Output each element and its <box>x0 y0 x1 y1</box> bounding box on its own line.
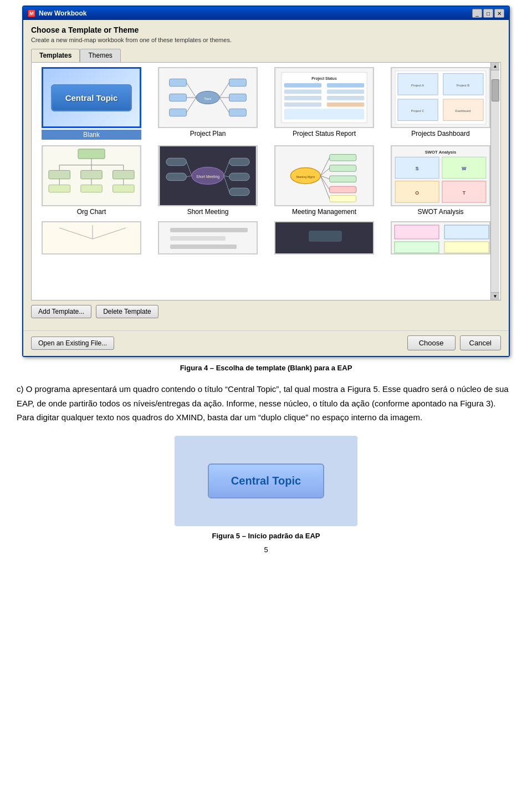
template-partial-1[interactable] <box>36 221 147 254</box>
svg-text:W: W <box>462 166 467 171</box>
svg-rect-71 <box>330 176 356 182</box>
svg-text:Project Status: Project Status <box>311 77 337 81</box>
svg-rect-7 <box>170 94 187 101</box>
central-topic-section: Central Topic <box>0 436 532 526</box>
svg-rect-4 <box>229 94 247 101</box>
partial-svg-1 <box>43 222 141 254</box>
scroll-thumb[interactable] <box>492 79 499 101</box>
svg-rect-20 <box>284 90 321 94</box>
template-item-short-meeting[interactable]: Short Meeting Sh <box>152 145 263 216</box>
svg-rect-25 <box>327 103 364 107</box>
svg-rect-59 <box>166 158 187 165</box>
dialog-titlebar: M New Workbook _ □ ✕ <box>23 7 509 20</box>
svg-rect-45 <box>81 170 103 179</box>
svg-rect-70 <box>330 165 356 172</box>
svg-rect-8 <box>170 109 187 116</box>
tab-templates[interactable]: Templates <box>31 49 80 62</box>
svg-rect-23 <box>327 96 364 100</box>
partial-thumb-2 <box>158 221 258 254</box>
template-item-org-chart[interactable]: Org Chart <box>36 145 147 216</box>
svg-rect-19 <box>327 83 364 88</box>
project-plan-svg: Topic <box>159 68 257 127</box>
svg-text:O: O <box>415 190 419 196</box>
partial-thumb-4 <box>391 221 490 254</box>
svg-rect-51 <box>81 185 103 192</box>
svg-rect-56 <box>229 158 250 165</box>
tabs-row: Templates Themes <box>31 49 501 62</box>
template-row-3-partial <box>36 221 496 254</box>
meeting-management-label: Meeting Management <box>292 208 356 216</box>
swot-analysis-thumb: SWOT Analysis S W O T <box>391 145 490 206</box>
template-item-swot-analysis[interactable]: SWOT Analysis S W O T SWOT Analysis <box>385 145 496 216</box>
minimize-button[interactable]: _ <box>472 9 482 18</box>
choose-button[interactable]: Choose <box>407 335 456 350</box>
body-text: c) O programa apresentará um quadro cont… <box>0 382 532 425</box>
svg-text:Meeting Mgmt: Meeting Mgmt <box>296 175 315 179</box>
title-left: M New Workbook <box>28 9 86 17</box>
template-item-projects-dashboard[interactable]: Project A Project B Project C Dashboard … <box>385 67 496 140</box>
tab-themes[interactable]: Themes <box>80 49 120 62</box>
svg-rect-95 <box>170 236 226 241</box>
central-topic-outer: Central Topic <box>175 436 357 526</box>
org-chart-label: Org Chart <box>77 208 106 216</box>
add-template-button[interactable]: Add Template... <box>31 305 91 318</box>
project-status-thumb: Project Status <box>274 67 374 128</box>
dialog-body: Choose a Template or Theme Create a new … <box>23 20 509 330</box>
template-actions: Add Template... Delete Template <box>31 305 501 318</box>
project-status-svg: Project Status <box>275 68 373 127</box>
central-topic-box: Central Topic <box>208 463 324 498</box>
dialog-heading: Choose a Template or Theme <box>31 26 501 34</box>
svg-text:Short Meeting: Short Meeting <box>196 175 219 179</box>
template-partial-4[interactable] <box>385 221 496 254</box>
short-meeting-label: Short Meeting <box>187 208 229 216</box>
open-existing-file-button[interactable]: Open an Existing File... <box>31 337 114 350</box>
new-workbook-dialog: M New Workbook _ □ ✕ Choose a Template o… <box>22 6 510 357</box>
project-plan-thumb: Topic <box>158 67 258 128</box>
svg-text:Topic: Topic <box>204 97 212 100</box>
dialog-title: New Workbook <box>39 9 86 17</box>
template-partial-2[interactable] <box>152 221 263 254</box>
svg-rect-3 <box>229 79 247 86</box>
svg-rect-46 <box>113 170 135 179</box>
svg-text:SWOT Analysis: SWOT Analysis <box>425 150 457 155</box>
close-button[interactable]: ✕ <box>494 9 504 18</box>
svg-rect-6 <box>170 79 187 86</box>
svg-rect-60 <box>166 173 187 180</box>
svg-rect-102 <box>395 242 439 253</box>
blank-central-topic-label: Central Topic <box>51 84 132 111</box>
svg-text:Project B: Project B <box>457 84 470 87</box>
template-item-project-plan[interactable]: Topic <box>152 67 263 140</box>
org-chart-thumb <box>42 145 141 206</box>
delete-template-button[interactable]: Delete Template <box>96 305 158 318</box>
svg-rect-50 <box>49 185 70 192</box>
partial-svg-3 <box>275 222 374 254</box>
cancel-button[interactable]: Cancel <box>460 335 501 350</box>
partial-svg-4 <box>392 222 490 254</box>
template-row-2: Org Chart Short Meeting <box>36 145 496 216</box>
svg-text:Project C: Project C <box>411 109 424 113</box>
dialog-subtext: Create a new mind-map workbook from one … <box>31 37 501 43</box>
template-item-project-status[interactable]: Project Status Project Status R <box>269 67 380 140</box>
svg-rect-21 <box>327 90 364 94</box>
partial-thumb-3 <box>274 221 374 254</box>
maximize-button[interactable]: □ <box>483 9 493 18</box>
short-meeting-svg: Short Meeting <box>159 146 257 205</box>
footer-right-buttons: Choose Cancel <box>407 335 501 350</box>
project-plan-label: Project Plan <box>190 130 226 137</box>
template-partial-3[interactable] <box>269 221 380 254</box>
svg-rect-72 <box>330 186 356 193</box>
svg-rect-98 <box>309 231 342 242</box>
page-number: 5 <box>0 546 532 559</box>
svg-text:T: T <box>463 190 466 196</box>
meeting-management-svg: Meeting Mgmt <box>275 146 373 205</box>
template-item-blank[interactable]: Central Topic Blank <box>36 67 147 140</box>
short-meeting-thumb: Short Meeting <box>158 145 258 206</box>
partial-svg-2 <box>159 222 258 254</box>
app-icon: M <box>28 9 35 17</box>
template-item-meeting-management[interactable]: Meeting Mgmt Mee <box>269 145 380 216</box>
svg-rect-101 <box>444 225 489 239</box>
svg-rect-100 <box>395 225 439 239</box>
svg-text:S: S <box>416 166 419 171</box>
scrollbar[interactable]: ▲ ▼ <box>490 63 499 300</box>
svg-rect-52 <box>113 185 135 192</box>
